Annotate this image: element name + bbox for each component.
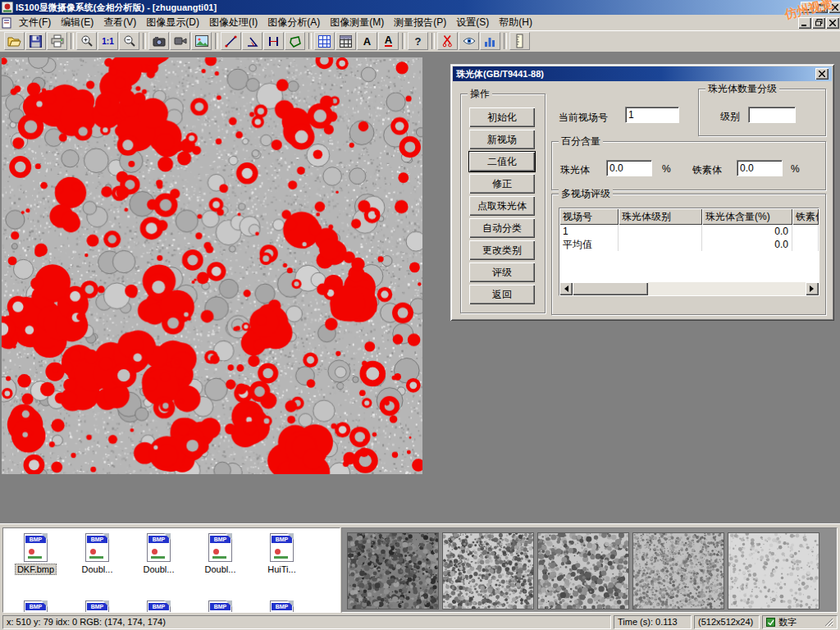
file-item[interactable]: BMP xyxy=(66,600,128,613)
menu-measure-report[interactable]: 测量报告(P) xyxy=(389,14,451,31)
grading-group-label: 珠光体数量分级 xyxy=(705,83,779,94)
table-hscrollbar[interactable] xyxy=(559,282,819,295)
thumbnail[interactable] xyxy=(347,532,439,609)
file-item[interactable]: BMP xyxy=(128,600,189,613)
scrollbar-track[interactable] xyxy=(648,282,806,295)
menu-image-process[interactable]: 图像处理(I) xyxy=(204,14,262,31)
annotate-icon[interactable]: A xyxy=(378,32,399,50)
menu-help[interactable]: 帮助(H) xyxy=(494,14,537,31)
file-item[interactable]: BMP Doubl... xyxy=(66,533,128,575)
change-class-button[interactable]: 更改类别 xyxy=(469,240,535,260)
pearlite-label: 珠光体 xyxy=(560,163,590,177)
measure-caliper-icon[interactable] xyxy=(263,32,284,50)
actual-size-icon[interactable]: 1:1 xyxy=(98,32,118,50)
table-row[interactable]: 1 0.0 xyxy=(559,225,819,238)
help-icon[interactable]: ? xyxy=(408,32,428,50)
zoom-in-icon[interactable] xyxy=(76,32,97,50)
thumbnail[interactable] xyxy=(442,532,534,609)
scroll-right-icon[interactable] xyxy=(806,282,819,295)
bmp-file-icon: BMP xyxy=(208,600,232,613)
app-icon xyxy=(2,2,13,13)
level-input[interactable] xyxy=(748,107,796,123)
save-icon[interactable] xyxy=(25,32,46,50)
menu-image-display[interactable]: 图像显示(D) xyxy=(141,14,204,31)
new-field-button[interactable]: 新视场 xyxy=(469,130,535,149)
pick-pearlite-button[interactable]: 点取珠光体 xyxy=(469,196,535,216)
mdi-document-icon[interactable] xyxy=(2,17,12,29)
cell-level xyxy=(619,238,702,251)
bottom-panel: BMP DKF.bmp BMP Doubl... BMP Doubl... BM… xyxy=(0,523,840,614)
menu-image-analysis[interactable]: 图像分析(A) xyxy=(262,14,325,31)
metallographic-image[interactable] xyxy=(2,57,422,474)
file-name: HuiTi... xyxy=(267,564,295,574)
col-field-number[interactable]: 视场号 xyxy=(559,208,619,225)
file-item[interactable]: BMP xyxy=(189,600,251,613)
histogram-icon[interactable] xyxy=(480,32,500,50)
grid-icon[interactable] xyxy=(314,32,335,50)
thumbnail[interactable] xyxy=(728,532,819,609)
toolbar-separator xyxy=(71,33,74,49)
close-button[interactable] xyxy=(829,2,840,13)
mdi-minimize-button[interactable] xyxy=(798,17,811,29)
menu-view[interactable]: 查看(V) xyxy=(98,14,141,31)
measure-line-icon[interactable] xyxy=(221,32,241,50)
col-pearlite-content[interactable]: 珠光体含量(%) xyxy=(702,208,792,225)
mdi-close-button[interactable] xyxy=(826,17,839,29)
text-tool-icon[interactable]: A xyxy=(357,32,377,50)
status-image-size: (512x512x24) xyxy=(694,615,760,629)
current-field-label: 当前视场号 xyxy=(559,111,608,125)
menu-image-measure[interactable]: 图像测量(M) xyxy=(325,14,389,31)
cell-field: 平均值 xyxy=(559,238,619,251)
menu-edit[interactable]: 编辑(E) xyxy=(56,14,98,31)
file-item[interactable]: BMP HuiTi... xyxy=(251,533,313,575)
dialog-close-icon[interactable] xyxy=(815,68,829,80)
open-icon[interactable] xyxy=(4,32,25,50)
operation-group-label: 操作 xyxy=(468,88,492,99)
file-item[interactable]: BMP xyxy=(5,600,66,613)
correct-button[interactable]: 修正 xyxy=(469,174,535,194)
binarize-button[interactable]: 二值化 xyxy=(469,152,535,171)
scroll-left-icon[interactable] xyxy=(559,282,573,295)
scrollbar-thumb[interactable] xyxy=(573,282,648,295)
init-button[interactable]: 初始化 xyxy=(469,107,535,127)
video-icon[interactable] xyxy=(170,32,190,50)
file-item[interactable]: BMP Doubl... xyxy=(128,533,189,575)
table-row[interactable]: 平均值 0.0 xyxy=(559,238,819,251)
file-item[interactable]: BMP Doubl... xyxy=(189,533,251,575)
print-icon[interactable] xyxy=(47,32,67,50)
status-time: Time (s): 0.113 xyxy=(614,615,692,629)
pearlite-percent-input[interactable] xyxy=(606,160,652,176)
rate-button[interactable]: 评级 xyxy=(469,262,535,282)
col-pearlite-level[interactable]: 珠光体级别 xyxy=(619,208,702,225)
table-icon[interactable] xyxy=(336,32,356,50)
minimize-button[interactable] xyxy=(801,2,814,13)
menu-file[interactable]: 文件(F) xyxy=(14,14,56,31)
zoom-out-icon[interactable] xyxy=(119,32,139,50)
title-bar[interactable]: IS100显微摄像系统(金相分析版) - [zhuguangti01] xyxy=(0,0,840,15)
current-field-input[interactable] xyxy=(625,107,679,123)
menu-settings[interactable]: 设置(S) xyxy=(451,14,494,31)
bmp-file-icon: BMP xyxy=(24,600,48,613)
ferrite-unit: % xyxy=(791,163,800,175)
mdi-restore-button[interactable] xyxy=(812,17,825,29)
dialog-title-bar[interactable]: 珠光体(GB/T9441-88) xyxy=(453,66,832,81)
auto-classify-button[interactable]: 自动分类 xyxy=(469,218,535,238)
thumbnail[interactable] xyxy=(632,532,724,609)
col-ferrite-content[interactable]: 铁素体含量(%) xyxy=(792,208,819,225)
cut-icon[interactable] xyxy=(437,32,458,50)
ferrite-percent-input[interactable] xyxy=(737,160,783,176)
file-item[interactable]: BMP xyxy=(251,600,313,613)
restore-button[interactable] xyxy=(815,2,828,13)
image-icon[interactable] xyxy=(191,32,212,50)
eye-icon[interactable] xyxy=(459,32,479,50)
measure-angle-icon[interactable] xyxy=(242,32,262,50)
return-button[interactable]: 返回 xyxy=(469,285,535,304)
resize-grip[interactable] xyxy=(824,617,833,627)
measure-area-icon[interactable] xyxy=(285,32,305,50)
toolbar-separator xyxy=(431,33,435,49)
capture-icon[interactable] xyxy=(148,32,169,50)
thumbnail[interactable] xyxy=(537,532,629,609)
file-item[interactable]: BMP DKF.bmp xyxy=(5,533,66,575)
thumbnail-strip xyxy=(341,527,838,613)
ruler-icon[interactable] xyxy=(509,32,530,50)
